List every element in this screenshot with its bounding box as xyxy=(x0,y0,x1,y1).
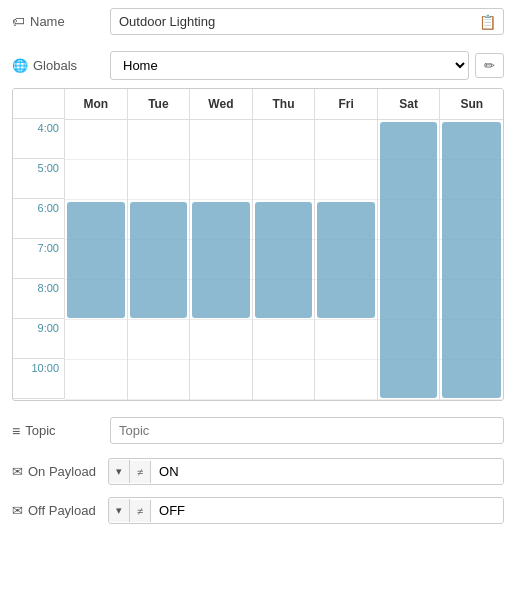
envelope-off-icon: ✉ xyxy=(12,503,23,518)
name-input-wrap: 📋 xyxy=(110,8,504,35)
name-row: 🏷 Name 📋 xyxy=(0,0,516,43)
topic-row: ≡ Topic xyxy=(0,409,516,452)
clipboard-icon: 📋 xyxy=(479,14,496,30)
time-1000: 10:00 xyxy=(13,359,65,399)
schedule-bar[interactable] xyxy=(255,202,313,318)
time-800: 8:00 xyxy=(13,279,65,319)
col-wed[interactable] xyxy=(190,120,253,400)
chevron-down-icon: ▾ xyxy=(116,504,122,517)
off-payload-type-button[interactable]: ▾ xyxy=(109,499,130,522)
col-thu[interactable] xyxy=(253,120,316,400)
day-fri: Fri xyxy=(315,89,378,119)
on-payload-row: ✉ On Payload ▾ ≠ xyxy=(0,452,516,491)
name-label: 🏷 Name xyxy=(12,14,102,29)
schedule-bar[interactable] xyxy=(442,122,501,398)
day-wed: Wed xyxy=(190,89,253,119)
day-tue: Tue xyxy=(128,89,191,119)
on-payload-input[interactable] xyxy=(151,459,503,484)
time-900: 9:00 xyxy=(13,319,65,359)
schedule-bar[interactable] xyxy=(380,122,438,398)
day-thu: Thu xyxy=(253,89,316,119)
off-payload-input[interactable] xyxy=(151,498,503,523)
schedule-bar[interactable] xyxy=(192,202,250,318)
time-700: 7:00 xyxy=(13,239,65,279)
col-sun[interactable] xyxy=(440,120,503,400)
name-input[interactable] xyxy=(110,8,504,35)
schedule-bar[interactable] xyxy=(67,202,125,318)
col-mon[interactable] xyxy=(65,120,128,400)
time-400: 4:00 xyxy=(13,119,65,159)
globe-icon: 🌐 xyxy=(12,58,28,73)
day-sat: Sat xyxy=(378,89,441,119)
pencil-icon: ✏ xyxy=(484,58,495,73)
on-payload-label: ✉ On Payload xyxy=(12,464,102,479)
time-axis: 4:00 5:00 6:00 7:00 8:00 9:00 10:00 xyxy=(13,89,65,400)
on-payload-wrap: ▾ ≠ xyxy=(108,458,504,485)
days-section: Mon Tue Wed Thu Fri Sat Sun xyxy=(65,89,503,400)
day-sun: Sun xyxy=(440,89,503,119)
globals-row: 🌐 Globals Home Away Night ✏ xyxy=(0,43,516,88)
globals-select[interactable]: Home Away Night xyxy=(110,51,469,80)
time-500: 5:00 xyxy=(13,159,65,199)
day-mon: Mon xyxy=(65,89,128,119)
topic-input[interactable] xyxy=(110,417,504,444)
col-tue[interactable] xyxy=(128,120,191,400)
on-payload-format-button[interactable]: ≠ xyxy=(130,461,151,483)
col-sat[interactable] xyxy=(378,120,441,400)
off-payload-wrap: ▾ ≠ xyxy=(108,497,504,524)
schedule-bar[interactable] xyxy=(130,202,188,318)
globals-edit-button[interactable]: ✏ xyxy=(475,53,504,78)
divider-icon: ≠ xyxy=(137,466,143,478)
globals-label: 🌐 Globals xyxy=(12,58,102,73)
list-icon: ≡ xyxy=(12,423,20,439)
col-fri[interactable] xyxy=(315,120,378,400)
tag-icon: 🏷 xyxy=(12,14,25,29)
days-grid[interactable] xyxy=(65,120,503,400)
time-600: 6:00 xyxy=(13,199,65,239)
schedule-container: 4:00 5:00 6:00 7:00 8:00 9:00 10:00 Mon … xyxy=(12,88,504,401)
days-header: Mon Tue Wed Thu Fri Sat Sun xyxy=(65,89,503,120)
off-payload-row: ✉ Off Payload ▾ ≠ xyxy=(0,491,516,530)
envelope-icon: ✉ xyxy=(12,464,23,479)
topic-label: ≡ Topic xyxy=(12,423,102,439)
schedule-bar[interactable] xyxy=(317,202,375,318)
chevron-down-icon: ▾ xyxy=(116,465,122,478)
on-payload-type-button[interactable]: ▾ xyxy=(109,460,130,483)
off-payload-format-button[interactable]: ≠ xyxy=(130,500,151,522)
globals-select-wrap: Home Away Night ✏ xyxy=(110,51,504,80)
schedule-grid[interactable]: 4:00 5:00 6:00 7:00 8:00 9:00 10:00 Mon … xyxy=(13,89,503,400)
divider-icon: ≠ xyxy=(137,505,143,517)
off-payload-label: ✉ Off Payload xyxy=(12,503,102,518)
